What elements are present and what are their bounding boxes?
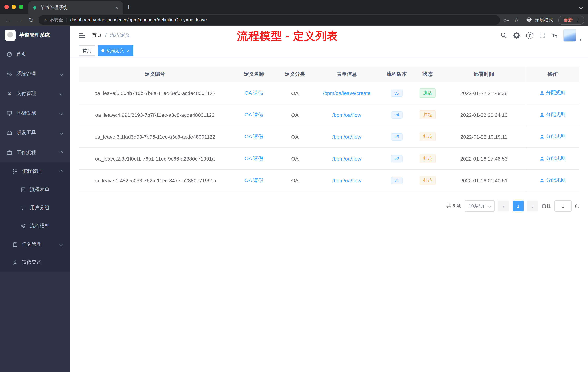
status-badge: 挂起 <box>420 176 436 185</box>
definition-name-link[interactable]: OA 请假 <box>245 111 263 117</box>
yen-icon: ¥ <box>7 91 12 97</box>
sidebar-item-home[interactable]: 首页 <box>0 44 70 64</box>
help-icon[interactable]: ? <box>526 32 533 39</box>
definition-name-link[interactable]: OA 请假 <box>245 133 263 139</box>
sidebar-item-user-group[interactable]: 用户分组 <box>0 199 70 217</box>
person-icon <box>12 260 18 265</box>
current-page-button[interactable]: 1 <box>513 201 524 211</box>
incognito-spy-icon <box>526 17 532 23</box>
definition-name-link[interactable]: OA 请假 <box>245 177 263 183</box>
chevron-up-icon <box>59 170 63 173</box>
new-tab-button[interactable]: + <box>126 3 131 11</box>
annotation-title: 流程模型 - 定义列表 <box>237 29 338 44</box>
sidebar-item-workflow[interactable]: 工作流程 <box>0 143 70 162</box>
font-size-icon[interactable]: TT <box>552 32 557 38</box>
goto-page-input[interactable] <box>554 200 572 212</box>
tag-home[interactable]: 首页 <box>79 45 95 56</box>
chevron-down-icon <box>59 111 63 115</box>
tag-close-icon[interactable]: × <box>127 48 130 53</box>
sidebar-item-process-model[interactable]: 流程模型 <box>0 217 70 235</box>
tab-close-icon[interactable]: × <box>114 5 119 11</box>
person-icon <box>540 134 544 139</box>
form-info-link[interactable]: /bpm/oa/flow <box>332 156 361 161</box>
app-logo[interactable]: 芋道管理系统 <box>0 26 70 44</box>
goto-label: 前往 <box>542 203 551 209</box>
assign-rule-link[interactable]: 分配规则 <box>540 90 566 96</box>
form-info-link[interactable]: /bpm/oa/flow <box>332 177 361 183</box>
update-label: 更新 <box>564 17 573 23</box>
omnibox-action-icons: ☆ <box>503 17 521 23</box>
chevron-down-icon <box>59 131 63 135</box>
logo-avatar <box>5 30 16 41</box>
app-title: 芋道管理系统 <box>19 32 50 39</box>
sidebar-item-leave-query[interactable]: 请假查询 <box>0 253 70 272</box>
form-info-link[interactable]: /bpm/oa/flow <box>332 134 361 140</box>
col-deploy-time: 部署时间 <box>442 67 526 82</box>
security-label: 不安全 <box>50 17 63 23</box>
col-form-info: 表单信息 <box>313 67 380 82</box>
assign-rule-link[interactable]: 分配规则 <box>540 155 566 162</box>
assign-rule-link[interactable]: 分配规则 <box>540 111 566 118</box>
tag-process-definition[interactable]: 流程定义 × <box>98 45 133 56</box>
next-page-button[interactable]: › <box>527 201 538 211</box>
browser-tab[interactable]: 芋道管理系统 × <box>28 1 123 14</box>
app-root: 芋道管理系统 首页 系统管理 ¥ 支付管理 基础设施 <box>0 26 588 372</box>
person-icon <box>540 156 544 161</box>
deploy-time: 2022-01-22 20:34:10 <box>442 104 526 126</box>
password-key-icon[interactable] <box>503 17 509 23</box>
assign-rule-link[interactable]: 分配规则 <box>540 177 566 184</box>
monitor-icon <box>7 110 12 116</box>
tab-search-chevron-icon[interactable] <box>580 4 582 10</box>
form-info-link[interactable]: /bpm/oa/leave/create <box>323 90 370 96</box>
prev-page-button[interactable]: ‹ <box>498 201 509 211</box>
macos-traffic-lights[interactable] <box>0 5 28 9</box>
minimize-window-button[interactable] <box>12 5 16 9</box>
deploy-time: 2022-01-22 21:48:38 <box>442 82 526 104</box>
assign-rule-link[interactable]: 分配规则 <box>540 133 566 140</box>
version-badge: v4 <box>391 111 403 119</box>
avatar-caret-icon[interactable]: ▾ <box>579 37 581 42</box>
app-header: 首页 / 流程定义 流程模型 - 定义列表 ? TT ▾ <box>70 26 588 44</box>
sidebar-item-process-management[interactable]: 流程管理 <box>0 162 70 181</box>
page-content: 定义编号 定义名称 定义分类 表单信息 流程版本 状态 部署时间 操作 oa_l <box>70 57 588 372</box>
sidebar-item-payment[interactable]: ¥ 支付管理 <box>0 84 70 103</box>
fullscreen-icon[interactable] <box>539 32 546 38</box>
sidebar-item-devtools[interactable]: 研发工具 <box>0 123 70 143</box>
table-row: oa_leave:3:1fad3d93-7b75-11ec-a3c8-acde4… <box>79 126 579 148</box>
bookmark-star-icon[interactable]: ☆ <box>514 17 519 23</box>
sidebar-item-system[interactable]: 系统管理 <box>0 64 70 84</box>
tags-view-bar: 首页 流程定义 × <box>70 44 588 57</box>
table-header-row: 定义编号 定义名称 定义分类 表单信息 流程版本 状态 部署时间 操作 <box>79 67 579 82</box>
goto-unit-label: 页 <box>575 203 579 209</box>
github-icon[interactable] <box>513 32 520 39</box>
chevron-down-icon <box>59 72 63 76</box>
security-chip[interactable]: ⚠ 不安全 <box>44 17 63 23</box>
chrome-update-chip[interactable]: 更新 ⋮ <box>558 15 584 25</box>
definition-id: oa_leave:3:1fad3d93-7b75-11ec-a3c8-acde4… <box>79 126 231 148</box>
close-window-button[interactable] <box>4 5 9 9</box>
chevron-down-icon <box>59 92 63 95</box>
hamburger-menu-icon[interactable] <box>79 33 85 38</box>
user-avatar[interactable] <box>563 29 576 42</box>
page-size-select[interactable]: 10条/页 <box>465 200 494 212</box>
status-badge: 激活 <box>420 88 436 98</box>
definition-name-link[interactable]: OA 请假 <box>245 155 263 161</box>
url-omnibox[interactable]: ⚠ 不安全 | dashboard.yudao.iocoder.cn/bpm/m… <box>39 15 500 25</box>
reload-button[interactable]: ↻ <box>27 17 36 23</box>
definition-id: oa_leave:2:3c1f0ef1-76b1-11ec-9c66-a2380… <box>79 148 231 169</box>
zoom-window-button[interactable] <box>19 5 23 9</box>
form-info-link[interactable]: /bpm/oa/flow <box>332 112 361 118</box>
definition-name-link[interactable]: OA 请假 <box>245 90 263 96</box>
search-icon[interactable] <box>500 32 507 39</box>
back-button[interactable]: ← <box>4 17 12 23</box>
deploy-time: 2022-01-22 19:19:11 <box>442 126 526 148</box>
sidebar: 芋道管理系统 首页 系统管理 ¥ 支付管理 基础设施 <box>0 26 70 372</box>
breadcrumb-home[interactable]: 首页 <box>92 32 102 39</box>
chat-bubble-icon <box>20 205 26 211</box>
forward-button[interactable]: → <box>15 17 24 23</box>
sidebar-item-task-management[interactable]: 任务管理 <box>0 235 70 253</box>
sidebar-item-process-form[interactable]: 流程表单 <box>0 181 70 199</box>
sidebar-item-infra[interactable]: 基础设施 <box>0 103 70 123</box>
table-row: oa_leave:5:004b710b-7b8a-11ec-8ef0-acde4… <box>79 82 579 104</box>
browser-menu-kebab-icon[interactable]: ⋮ <box>576 17 580 23</box>
